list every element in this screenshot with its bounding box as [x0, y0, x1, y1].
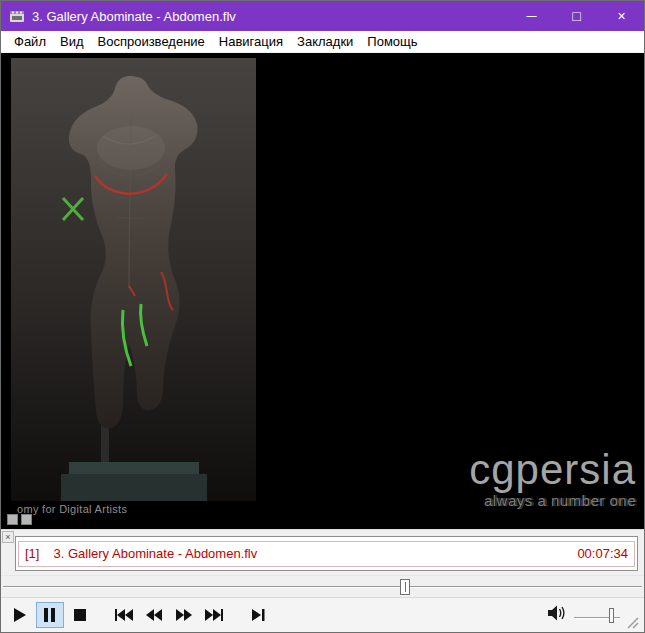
rewind-icon — [146, 609, 162, 621]
playlist-item-index: [1] — [25, 546, 39, 561]
titlebar: 3. Gallery Abominate - Abdomen.flv ─ □ × — [1, 1, 644, 31]
skip-back-icon — [115, 609, 133, 621]
rewind-button[interactable] — [140, 602, 168, 628]
skip-forward-button[interactable] — [200, 602, 228, 628]
frame-step-icon — [252, 609, 265, 621]
app-icon — [9, 8, 25, 24]
resize-grip[interactable] — [626, 610, 640, 630]
maximize-icon: □ — [572, 8, 580, 24]
app-window: 3. Gallery Abominate - Abdomen.flv ─ □ ×… — [0, 0, 645, 633]
minimize-button[interactable]: ─ — [509, 1, 554, 31]
skip-forward-icon — [205, 609, 223, 621]
menu-bar: Файл Вид Воспроизведение Навигация Закла… — [1, 31, 644, 53]
frame-step-button[interactable] — [244, 602, 272, 628]
pause-button[interactable] — [36, 602, 64, 628]
playlist-panel: × [1] 3. Gallery Abominate - Abdomen.flv… — [1, 529, 644, 575]
video-area[interactable]: omy for Digital Artists cgpersia always … — [1, 53, 644, 529]
play-icon — [14, 608, 27, 622]
fast-forward-icon — [176, 609, 192, 621]
overlay-button-2[interactable] — [21, 514, 32, 525]
fast-forward-button[interactable] — [170, 602, 198, 628]
playlist: [1] 3. Gallery Abominate - Abdomen.flv 0… — [15, 536, 638, 571]
volume-thumb[interactable] — [609, 608, 614, 623]
video-content — [11, 58, 256, 501]
menu-item-view[interactable]: Вид — [53, 32, 91, 51]
watermark-logo: cgpersia — [469, 448, 636, 492]
skip-back-button[interactable] — [110, 602, 138, 628]
mute-button[interactable] — [542, 602, 572, 628]
maximize-button[interactable]: □ — [554, 1, 599, 31]
play-button[interactable] — [6, 602, 34, 628]
menu-item-file[interactable]: Файл — [7, 32, 53, 51]
seek-bar[interactable] — [1, 575, 644, 597]
overlay-button-1[interactable] — [7, 514, 18, 525]
minimize-icon: ─ — [527, 8, 537, 24]
playlist-item-title: 3. Gallery Abominate - Abdomen.flv — [53, 546, 569, 561]
playlist-item-duration: 00:07:34 — [577, 546, 628, 561]
transport-controls — [1, 597, 644, 632]
menu-item-playback[interactable]: Воспроизведение — [91, 32, 212, 51]
playlist-close-button[interactable]: × — [2, 531, 14, 543]
playlist-item[interactable]: [1] 3. Gallery Abominate - Abdomen.flv 0… — [18, 541, 635, 567]
speaker-icon — [547, 604, 567, 626]
volume-slider[interactable] — [572, 605, 624, 625]
close-button[interactable]: × — [599, 1, 644, 31]
video-caption: omy for Digital Artists — [17, 503, 127, 515]
close-icon: × — [617, 8, 625, 24]
watermark-slogan: always a number one — [469, 492, 636, 509]
seek-thumb[interactable] — [400, 579, 410, 595]
pause-icon — [44, 608, 56, 622]
stop-button[interactable] — [66, 602, 94, 628]
window-title: 3. Gallery Abominate - Abdomen.flv — [32, 9, 509, 24]
menu-item-bookmarks[interactable]: Закладки — [290, 32, 360, 51]
stop-icon — [74, 609, 86, 621]
menu-item-help[interactable]: Помощь — [360, 32, 424, 51]
menu-item-navigation[interactable]: Навигация — [212, 32, 290, 51]
seek-track — [3, 586, 642, 588]
watermark: cgpersia always a number one — [469, 448, 636, 509]
anatomy-figure — [11, 58, 256, 501]
